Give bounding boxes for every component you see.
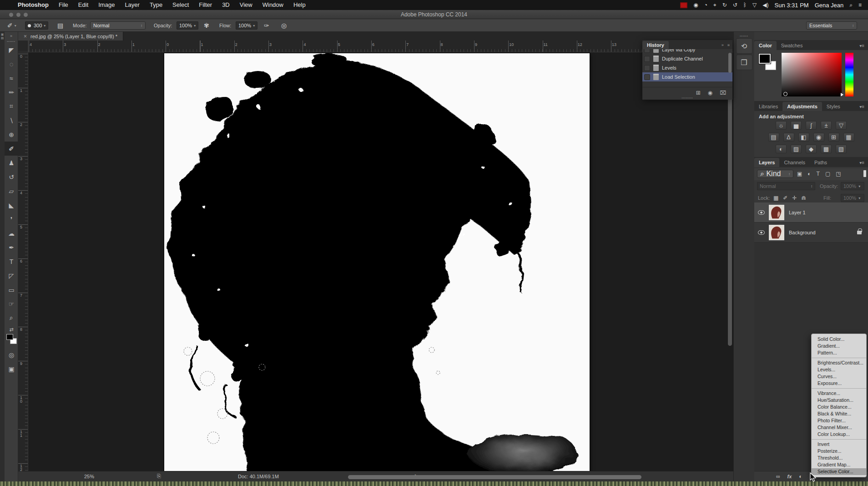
menu-item-exposure[interactable]: Exposure...: [812, 380, 866, 387]
document-canvas[interactable]: [164, 53, 590, 471]
tab-adjustments[interactable]: Adjustments: [782, 102, 822, 111]
flow-input[interactable]: 100%▾: [236, 21, 257, 30]
time-machine-icon[interactable]: ↺: [733, 2, 737, 8]
hue-strip[interactable]: [845, 53, 853, 96]
screen-mode-icon[interactable]: ▣: [5, 362, 18, 376]
tab-color[interactable]: Color: [754, 41, 777, 50]
path-selection-tool[interactable]: ◸: [5, 268, 18, 283]
history-state-checkbox[interactable]: [644, 49, 650, 53]
layer-filter-kind-select[interactable]: ⌕ Kind↕: [757, 170, 793, 178]
clone-stamp-tool[interactable]: ♟: [5, 156, 18, 170]
menu-item-hue-saturation[interactable]: Hue/Saturation...: [812, 397, 866, 404]
menu-item-brightness-contrast[interactable]: Brightness/Contrast...: [812, 359, 866, 366]
export-icon[interactable]: ⎘: [157, 473, 161, 479]
color-saturation-box[interactable]: [782, 53, 842, 96]
menubar-clock[interactable]: Sun 3:31 PM: [774, 2, 808, 9]
blur-tool[interactable]: ❜: [5, 212, 18, 226]
tab-styles[interactable]: Styles: [822, 102, 845, 111]
vertical-ruler[interactable]: 01234567891 01 11 2: [18, 52, 28, 471]
menu-item-photo-filter[interactable]: Photo Filter...: [812, 417, 866, 424]
sync-icon[interactable]: ↻: [722, 2, 727, 8]
menu-item-vibrance[interactable]: Vibrance...: [812, 390, 866, 397]
lock-position-icon[interactable]: ✛: [792, 195, 797, 201]
delete-state-icon[interactable]: ⌧: [720, 90, 726, 96]
layer-filter-switch[interactable]: [863, 170, 866, 177]
exposure-icon[interactable]: ±: [821, 121, 832, 130]
new-snapshot-icon[interactable]: ◉: [708, 90, 712, 96]
spot-healing-tool[interactable]: ⊕: [5, 127, 18, 142]
pressure-size-icon[interactable]: ◎: [281, 22, 287, 29]
mini-panel-icon-2[interactable]: ▤: [0, 36, 5, 40]
shape-tool[interactable]: ▭: [5, 283, 18, 297]
tab-menu-icon[interactable]: ▾≡: [856, 158, 868, 167]
history-state-layer-via-copy[interactable]: Layer via Copy: [642, 49, 732, 54]
pressure-opacity-icon[interactable]: ✾: [204, 22, 209, 29]
menu-3d[interactable]: 3D: [217, 0, 235, 10]
history-state-levels[interactable]: Levels: [642, 63, 732, 72]
lock-all-icon[interactable]: ⋒: [801, 195, 806, 201]
spotlight-search-icon[interactable]: ⌕: [849, 2, 853, 8]
black-white-icon[interactable]: ◧: [798, 133, 809, 142]
camera-icon[interactable]: ⌖: [713, 2, 717, 8]
move-tool[interactable]: ◤: [5, 43, 18, 57]
collapse-tools-icon[interactable]: »: [5, 32, 18, 40]
history-menu-icon[interactable]: ≡: [727, 43, 730, 47]
layer-row-background[interactable]: Background: [754, 223, 868, 243]
hue-saturation-icon[interactable]: ▤: [768, 133, 779, 142]
menu-type[interactable]: Type: [145, 0, 167, 10]
layer-thumbnail[interactable]: [769, 225, 784, 240]
tab-swatches[interactable]: Swatches: [777, 41, 807, 50]
menu-item-pattern[interactable]: Pattern...: [812, 349, 866, 356]
menu-help[interactable]: Help: [288, 0, 311, 10]
history-state-duplicate-channel[interactable]: Duplicate Channel: [642, 54, 732, 63]
history-panel-icon[interactable]: ⟲: [736, 38, 752, 54]
history-scrollbar[interactable]: [728, 53, 732, 73]
blend-mode-select[interactable]: Normal↕: [90, 21, 146, 30]
menu-item-color-lookup[interactable]: Color Lookup...: [812, 431, 866, 438]
filter-type-layers-icon[interactable]: T: [817, 171, 820, 177]
history-state-checkbox[interactable]: [644, 74, 650, 80]
zoom-tool[interactable]: ⌕: [5, 311, 18, 325]
history-collapse-icon[interactable]: »: [722, 43, 724, 47]
history-state-checkbox[interactable]: [644, 65, 650, 71]
shape-icon[interactable]: ▽: [752, 2, 757, 8]
tab-menu-icon[interactable]: ▾≡: [856, 41, 868, 50]
menu-item-solid-color[interactable]: Solid Color...: [812, 336, 866, 343]
lock-transparency-icon[interactable]: ▦: [773, 195, 778, 201]
color-balance-icon[interactable]: ∆: [783, 133, 794, 142]
menu-item-channel-mixer[interactable]: Channel Mixer...: [812, 424, 866, 431]
filter-smart-objects-icon[interactable]: ◳: [836, 171, 841, 177]
foreground-color-swatch[interactable]: [6, 334, 13, 340]
menu-item-gradient-map[interactable]: Gradient Map...: [812, 461, 866, 468]
airbrush-icon[interactable]: ✑: [264, 22, 269, 29]
posterize-icon[interactable]: ▨: [791, 145, 802, 153]
history-state-load-selection[interactable]: Load Selection: [642, 72, 732, 81]
brightness-contrast-icon[interactable]: ☼: [776, 121, 787, 130]
layer-effects-icon[interactable]: fx: [787, 474, 792, 479]
quick-mask-icon[interactable]: ◎: [5, 348, 18, 362]
crop-tool[interactable]: ⌗: [5, 99, 18, 113]
layer-blend-mode-select[interactable]: Normal↕: [757, 182, 815, 190]
brush-preset-icon[interactable]: ✐: [7, 22, 13, 29]
film-status-icon[interactable]: [680, 2, 687, 8]
eyedropper-tool[interactable]: ∖: [5, 113, 18, 127]
hue-marker-icon[interactable]: [841, 93, 843, 96]
threshold-icon[interactable]: ◆: [806, 145, 817, 153]
layer-visibility-eye-icon[interactable]: [758, 230, 765, 235]
menubar-user[interactable]: Gena Jean: [815, 2, 844, 9]
lasso-tool[interactable]: ≈: [5, 71, 18, 85]
bluetooth-icon[interactable]: ᛒ: [743, 2, 747, 8]
filter-adjustment-layers-icon[interactable]: ◐: [807, 171, 811, 177]
ruler-corner[interactable]: [18, 40, 28, 52]
gradient-tool[interactable]: ◣: [5, 198, 18, 212]
menu-view[interactable]: View: [235, 0, 257, 10]
toggle-brush-panel-icon[interactable]: ▤: [57, 22, 63, 29]
levels-icon[interactable]: ▅: [791, 121, 802, 130]
menu-item-gradient[interactable]: Gradient...: [812, 343, 866, 349]
filter-shape-layers-icon[interactable]: ▢: [825, 171, 830, 177]
brush-size-picker[interactable]: 300 ▾: [25, 21, 48, 30]
creative-cloud-icon[interactable]: ◉: [693, 2, 698, 8]
tab-paths[interactable]: Paths: [810, 158, 832, 167]
close-document-icon[interactable]: ×: [24, 33, 27, 40]
layer-row-layer-1[interactable]: Layer 1: [754, 202, 868, 223]
